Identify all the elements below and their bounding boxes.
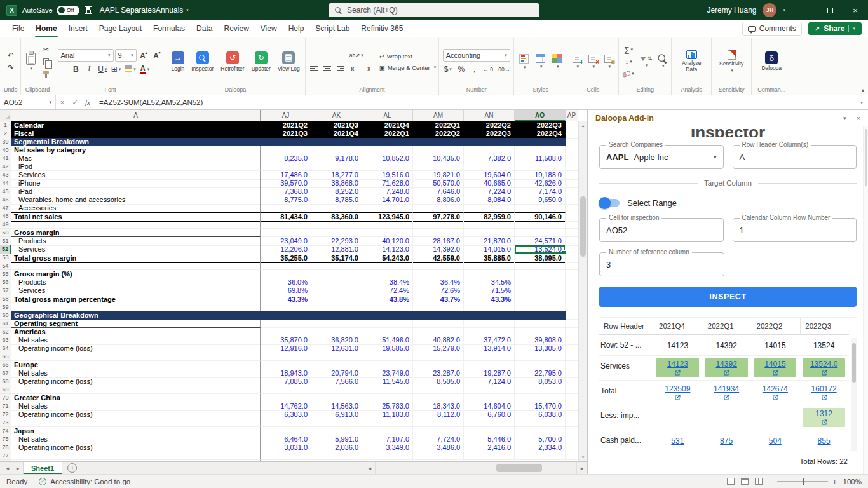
cell-AK65[interactable] [311,353,362,361]
row-header-71[interactable]: 71 [0,402,11,411]
cell-A43[interactable]: Services [11,171,261,180]
share-button[interactable]: ↗Share▾ [808,22,862,35]
cell-AN44[interactable]: 40,665.0 [464,179,515,188]
cell-A60[interactable]: Geographical Breakdown [11,311,261,320]
cell-AO2[interactable]: 2022Q4 [515,130,566,139]
cell-AL43[interactable]: 19,516.0 [362,171,413,180]
cell-AJ72[interactable]: 6,303.0 [261,410,311,419]
cell-AP43[interactable] [566,171,578,180]
cell-AN69[interactable] [464,386,515,394]
cell-AL62[interactable] [362,328,413,336]
open-source-icon[interactable] [820,419,828,426]
cell-A74[interactable]: Japan [11,427,261,435]
cell-AJ62[interactable] [261,328,311,336]
column-header-A[interactable]: A [11,110,261,121]
cell-A49[interactable] [11,220,261,229]
cell-AP50[interactable] [566,229,578,237]
daloopa-login-button[interactable]: →Login [169,50,187,73]
cell-A75[interactable]: Net sales [11,435,261,444]
open-source-icon[interactable] [674,394,681,402]
find-select-button[interactable] [656,54,668,70]
vertical-scrollbar[interactable]: ▴ ▾ [578,121,587,461]
cell-AJ63[interactable]: 35,870.0 [261,336,311,345]
cell-AK54[interactable] [311,262,362,270]
cell-AM56[interactable]: 36.4% [413,278,464,287]
cell-AM59[interactable] [413,303,464,311]
cell-AK43[interactable]: 18,277.0 [311,171,362,180]
daloopa-command-button[interactable]: δDaloopa [754,50,789,73]
italic-button[interactable]: I [83,64,95,75]
cell-AJ57[interactable]: 69.8% [261,287,311,295]
cell-AP77[interactable] [566,452,578,460]
accessibility-status[interactable]: ✓ Accessibility: Good to go [39,478,130,485]
cell-AM72[interactable]: 8,112.0 [413,410,464,419]
cell-AL55[interactable] [362,270,413,278]
cell-AP39[interactable] [566,138,578,146]
cell-AM54[interactable] [413,262,464,270]
align-middle-button[interactable] [322,50,334,61]
row-header-72[interactable]: 72 [0,410,11,419]
cell-AJ74[interactable] [261,427,311,435]
cell-AJ68[interactable]: 7,085.0 [261,377,311,386]
cell-AL60[interactable] [362,311,413,320]
format-as-table-button[interactable] [533,53,548,71]
cell-AP68[interactable] [566,377,578,386]
cell-AK45[interactable]: 8,252.0 [311,187,362,196]
cell-A65[interactable] [11,353,261,361]
sort-filter-button[interactable]: ⇅ [637,54,655,69]
cell-AL59[interactable] [362,303,413,311]
cell-AN66[interactable] [464,361,515,369]
scroll-right-icon[interactable]: ▸ [577,465,587,471]
cell-AP45[interactable] [566,187,578,196]
cell-AO46[interactable]: 9,650.0 [515,196,566,205]
row-header-42[interactable]: 42 [0,163,11,171]
cell-AM64[interactable]: 15,279.0 [413,344,464,353]
cell-AP66[interactable] [566,361,578,369]
cell-AL76[interactable]: 3,349.0 [362,444,413,452]
cell-A40[interactable]: Net sales by category [11,146,261,154]
cell-AO45[interactable]: 7,174.0 [515,187,566,196]
row-header-70[interactable]: 70 [0,394,11,402]
row-header-66[interactable]: 66 [0,361,11,369]
search-input[interactable]: Search (Alt+Q) [329,3,539,17]
open-source-icon[interactable] [674,369,681,377]
addin-menu-chevron-icon[interactable]: ▾ [843,115,846,121]
document-title[interactable]: AAPL SeparatesAnnuals▾ [100,6,189,15]
row-header-1[interactable]: 1 [0,121,11,130]
row-header-75[interactable]: 75 [0,435,11,444]
cell-AN64[interactable]: 13,914.0 [464,344,515,353]
cell-AM46[interactable]: 8,806.0 [413,196,464,205]
cell-AN65[interactable] [464,353,515,361]
cell-AN56[interactable]: 34.5% [464,278,515,287]
cell-AM52[interactable]: 14,392.0 [413,245,464,254]
cell-A52[interactable]: Services [11,245,261,254]
cell-AL40[interactable] [362,146,413,154]
cell-A71[interactable]: Net sales [11,402,261,411]
cell-AM62[interactable] [413,328,464,336]
cell-AM1[interactable]: 2022Q1 [413,121,464,130]
cell-AK1[interactable]: 2021Q3 [311,121,362,130]
cell-AL56[interactable]: 38.4% [362,278,413,287]
source-link[interactable]: 855 [818,437,831,445]
column-header-AM[interactable]: AM [413,110,464,121]
insert-function-icon[interactable]: fx [81,98,94,106]
maximize-button[interactable] [817,0,843,20]
cell-AL67[interactable]: 23,749.0 [362,369,413,378]
cell-AN47[interactable] [464,204,515,212]
horizontal-scroll-track[interactable] [375,462,577,474]
cell-AL74[interactable] [362,427,413,435]
avatar[interactable]: JH [763,3,776,17]
source-link[interactable]: 1312 [815,409,832,418]
cell-AJ40[interactable] [261,146,311,154]
cell-AK68[interactable]: 7,566.0 [311,377,362,386]
cell-AL68[interactable]: 11,545.0 [362,377,413,386]
cell-AL72[interactable]: 11,183.0 [362,410,413,419]
cell-AK63[interactable]: 36,820.0 [311,336,362,345]
cell-A70[interactable]: Greater China [11,394,261,402]
fill-color-button[interactable] [123,64,137,75]
row-header-62[interactable]: 62 [0,328,11,336]
cell-AN60[interactable] [464,311,515,320]
cell-AM71[interactable]: 18,343.0 [413,402,464,411]
open-source-icon[interactable] [771,369,779,377]
row-header-43[interactable]: 43 [0,171,11,180]
